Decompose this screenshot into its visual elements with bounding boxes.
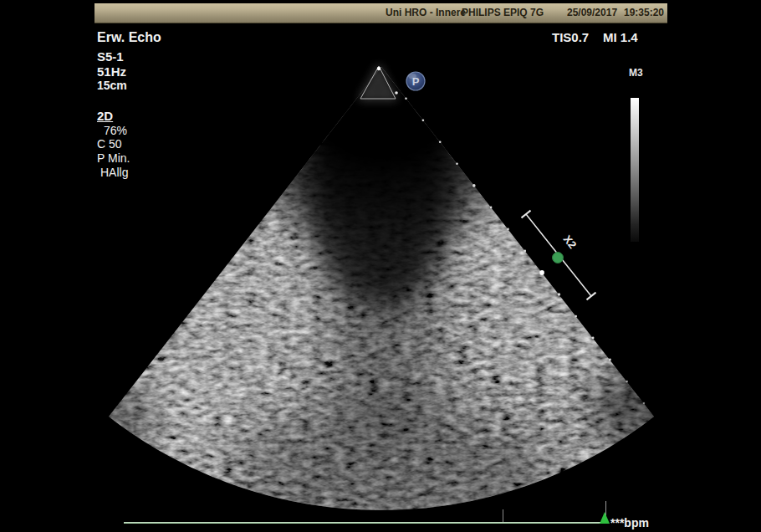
orientation-marker-label: P bbox=[412, 75, 420, 88]
tint-map-label: HAllg bbox=[100, 166, 128, 179]
caliper-active-point[interactable] bbox=[553, 253, 564, 263]
caliper-label: X2 bbox=[561, 233, 580, 251]
system-name: PHILIPS EPIQ 7G bbox=[462, 7, 544, 18]
gain-label: 76% bbox=[104, 124, 127, 137]
grayscale-map-label: M3 bbox=[629, 67, 643, 79]
caliper-endpoint-tick bbox=[522, 211, 531, 218]
ecg-baseline bbox=[124, 522, 605, 524]
institution-name: Uni HRO - Innere bbox=[386, 7, 466, 18]
depth-label: 15cm bbox=[97, 79, 127, 92]
preset-label: Erw. Echo bbox=[97, 30, 161, 45]
heart-rate-value: ***bpm bbox=[610, 516, 649, 529]
compression-label: C 50 bbox=[97, 137, 122, 151]
persistence-label: P Min. bbox=[97, 151, 130, 165]
frame-rate-label: 51Hz bbox=[97, 64, 126, 79]
ecg-sweep-cursor-icon bbox=[600, 512, 610, 524]
title-bar: Uni HRO - Innere PHILIPS EPIQ 7G 25/09/2… bbox=[94, 3, 667, 23]
ultrasound-screen: { "header": { "institution": "Uni HRO - … bbox=[0, 0, 761, 532]
mi-value: MI 1.4 bbox=[603, 30, 638, 44]
transducer-label: S5-1 bbox=[97, 49, 124, 64]
artifact-bright-dot bbox=[377, 67, 380, 70]
caliper-endpoint-tick bbox=[587, 293, 596, 300]
artifact-bright-dot bbox=[395, 91, 398, 95]
tis-value: TIS0.7 bbox=[552, 30, 589, 44]
orientation-marker-icon: P bbox=[406, 72, 425, 90]
exam-time: 19:35:20 bbox=[624, 7, 664, 18]
grayscale-bar bbox=[631, 98, 639, 242]
mode-2d-label: 2D bbox=[97, 109, 113, 123]
exam-date: 25/09/2017 bbox=[567, 7, 617, 18]
